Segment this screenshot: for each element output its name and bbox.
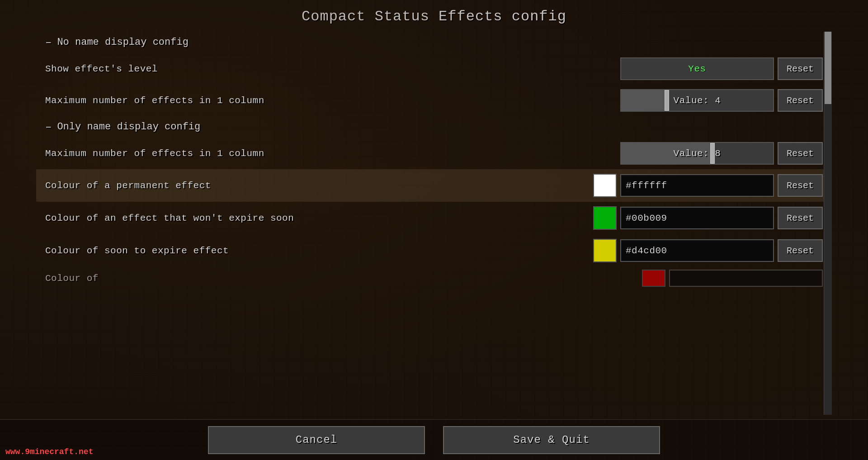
max-effects-no-name-label: Maximum number of effects in 1 column	[45, 95, 620, 106]
colour-permanent-controls: #ffffff Reset	[593, 174, 823, 197]
row-colour-permanent: Colour of a permanent effect #ffffff Res…	[36, 169, 832, 202]
scrollbar-thumb[interactable]	[825, 32, 831, 104]
colour-wont-expire-input[interactable]: #00b009	[620, 207, 774, 229]
bottom-bar: Cancel Save & Quit	[0, 419, 868, 460]
watermark: www.9minecraft.net	[5, 447, 93, 456]
colour-soon-expire-input[interactable]: #d4cd00	[620, 239, 774, 262]
show-effects-level-controls: Yes Reset	[620, 57, 823, 80]
colour-wont-expire-label: Colour of an effect that won't expire so…	[45, 213, 593, 223]
colour-partial-swatch[interactable]	[642, 270, 665, 287]
show-effects-level-reset[interactable]: Reset	[778, 57, 823, 80]
colour-permanent-input[interactable]: #ffffff	[620, 174, 774, 197]
section-no-name-header: – No name display config	[36, 32, 832, 53]
max-effects-only-name-slider[interactable]: Value: 8	[620, 142, 774, 165]
section-only-name-label: Only name display config	[57, 121, 200, 133]
colour-soon-expire-controls: #d4cd00 Reset	[593, 239, 823, 262]
max-effects-no-name-reset[interactable]: Reset	[778, 89, 823, 112]
max-effects-only-name-reset[interactable]: Reset	[778, 142, 823, 165]
colour-soon-expire-swatch[interactable]	[593, 239, 617, 262]
save-quit-button[interactable]: Save & Quit	[443, 426, 660, 454]
page-title: Compact Status Effects config	[0, 0, 868, 31]
row-show-effects-level: Show effect's level Yes Reset	[36, 53, 832, 85]
cancel-button[interactable]: Cancel	[208, 426, 425, 454]
colour-wont-expire-swatch[interactable]	[593, 206, 617, 230]
max-effects-only-name-label: Maximum number of effects in 1 column	[45, 148, 620, 159]
content-area: – No name display config Show effect's l…	[36, 32, 832, 415]
max-effects-only-name-value: Value: 8	[621, 148, 773, 159]
colour-permanent-swatch[interactable]	[593, 174, 617, 197]
colour-wont-expire-controls: #00b009 Reset	[593, 206, 823, 230]
scrollbar-track	[824, 32, 832, 415]
max-effects-no-name-value: Value: 4	[621, 95, 773, 106]
max-effects-only-name-controls: Value: 8 Reset	[620, 142, 823, 165]
colour-soon-expire-label: Colour of soon to expire effect	[45, 246, 593, 256]
section-no-name-label: No name display config	[57, 37, 188, 48]
row-colour-wont-expire: Colour of an effect that won't expire so…	[36, 202, 832, 234]
section-dash-2: –	[45, 121, 52, 133]
colour-partial-controls	[642, 270, 823, 287]
show-effects-level-toggle[interactable]: Yes	[620, 57, 774, 80]
colour-partial-label: Colour of	[45, 273, 642, 284]
show-effects-level-label: Show effect's level	[45, 64, 620, 74]
colour-soon-expire-reset[interactable]: Reset	[778, 239, 823, 262]
section-only-name-header: – Only name display config	[36, 116, 832, 138]
colour-partial-input[interactable]	[669, 270, 823, 287]
row-max-effects-no-name: Maximum number of effects in 1 column Va…	[36, 85, 832, 116]
colour-wont-expire-reset[interactable]: Reset	[778, 207, 823, 229]
row-max-effects-only-name: Maximum number of effects in 1 column Va…	[36, 138, 832, 169]
colour-permanent-label: Colour of a permanent effect	[45, 180, 593, 191]
colour-permanent-reset[interactable]: Reset	[778, 174, 823, 197]
section-dash-1: –	[45, 36, 52, 48]
max-effects-no-name-controls: Value: 4 Reset	[620, 89, 823, 112]
row-colour-soon-expire: Colour of soon to expire effect #d4cd00 …	[36, 234, 832, 267]
row-colour-partial: Colour of	[36, 267, 832, 289]
max-effects-no-name-slider[interactable]: Value: 4	[620, 89, 774, 112]
